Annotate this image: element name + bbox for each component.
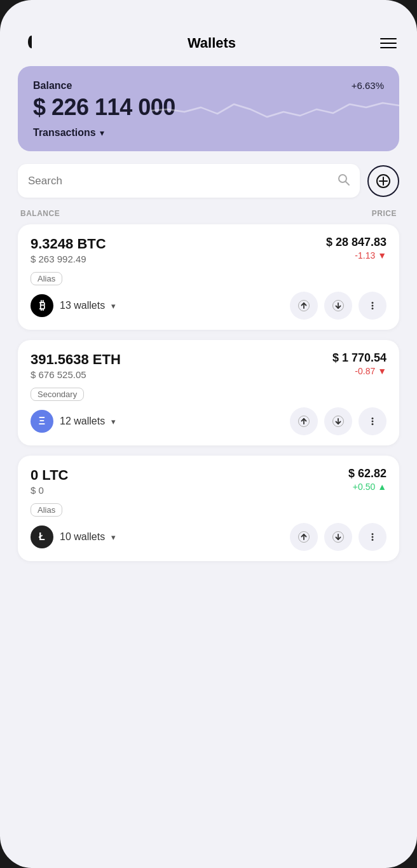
asset-card-ltc: 0 LTC $ 0 $ 62.82 +0.50 ▲ Alias Ł 10 wal… xyxy=(18,456,399,561)
svg-point-26 xyxy=(372,539,374,541)
svg-point-19 xyxy=(372,423,374,425)
action-buttons-ltc xyxy=(290,523,386,551)
send-button-btc[interactable] xyxy=(290,292,318,320)
asset-price-col-eth: $ 1 770.54 -0.87 ▼ xyxy=(332,351,386,376)
svg-point-11 xyxy=(372,305,374,307)
svg-line-2 xyxy=(346,182,349,185)
transactions-row[interactable]: Transactions ▾ xyxy=(33,127,384,139)
balance-card: Balance $ 226 114 000 +6.63% Transaction… xyxy=(18,66,399,151)
logo-icon xyxy=(20,31,43,56)
more-button-eth[interactable] xyxy=(359,407,386,435)
asset-bottom-btc: ₿ 13 wallets ▾ xyxy=(31,292,386,320)
receive-button-btc[interactable] xyxy=(324,292,352,320)
asset-price-col-btc: $ 28 847.83 -1.13 ▼ xyxy=(326,236,386,261)
asset-top-eth: 391.5638 ETH $ 676 525.05 $ 1 770.54 -0.… xyxy=(31,351,386,380)
action-buttons-eth xyxy=(290,407,386,435)
more-button-ltc[interactable] xyxy=(359,523,386,551)
eth-icon: Ξ xyxy=(31,410,53,433)
column-headers: BALANCE PRICE xyxy=(18,209,399,224)
svg-point-24 xyxy=(372,533,374,535)
more-button-btc[interactable] xyxy=(359,292,386,320)
header: Wallets xyxy=(18,25,399,66)
add-wallet-button[interactable] xyxy=(367,165,399,197)
asset-left-ltc: 0 LTC $ 0 xyxy=(31,467,68,496)
asset-left-btc: 9.3248 BTC $ 263 992.49 xyxy=(31,236,106,264)
wallet-chevron-ltc: ▾ xyxy=(111,532,116,542)
asset-top-ltc: 0 LTC $ 0 $ 62.82 +0.50 ▲ xyxy=(31,467,386,496)
asset-change-eth: -0.87 ▼ xyxy=(332,366,386,376)
send-button-ltc[interactable] xyxy=(290,523,318,551)
asset-usd-btc: $ 263 992.49 xyxy=(31,254,106,264)
asset-amount-ltc: 0 LTC xyxy=(31,467,68,484)
price-column-header: PRICE xyxy=(372,209,397,218)
svg-point-1 xyxy=(339,175,346,182)
asset-bottom-eth: Ξ 12 wallets ▾ xyxy=(31,407,386,435)
search-input[interactable] xyxy=(28,175,331,187)
svg-point-10 xyxy=(372,302,374,304)
svg-point-25 xyxy=(372,536,374,538)
wallet-chevron-eth: ▾ xyxy=(111,417,116,426)
search-row xyxy=(18,164,399,198)
wallet-info-btc[interactable]: ₿ 13 wallets ▾ xyxy=(31,294,116,317)
wallet-chevron-btc: ▾ xyxy=(111,301,116,311)
asset-change-btc: -1.13 ▼ xyxy=(326,250,386,261)
transactions-chevron-icon: ▾ xyxy=(100,128,104,138)
asset-card-btc: 9.3248 BTC $ 263 992.49 $ 28 847.83 -1.1… xyxy=(18,224,399,330)
asset-bottom-ltc: Ł 10 wallets ▾ xyxy=(31,523,386,551)
alias-tag-ltc: Alias xyxy=(31,503,62,517)
svg-point-17 xyxy=(372,417,374,419)
balance-column-header: BALANCE xyxy=(20,209,60,218)
asset-usd-eth: $ 676 525.05 xyxy=(31,369,121,380)
asset-price-eth: $ 1 770.54 xyxy=(332,351,386,365)
page-title: Wallets xyxy=(188,35,236,51)
asset-price-ltc: $ 62.82 xyxy=(348,467,386,480)
menu-button[interactable] xyxy=(380,38,397,48)
ltc-icon: Ł xyxy=(31,526,53,548)
asset-amount-btc: 9.3248 BTC xyxy=(31,236,106,252)
action-buttons-btc xyxy=(290,292,386,320)
send-button-eth[interactable] xyxy=(290,407,318,435)
wallet-count-eth: 12 wallets xyxy=(60,416,105,427)
receive-button-ltc[interactable] xyxy=(324,523,352,551)
asset-price-col-ltc: $ 62.82 +0.50 ▲ xyxy=(348,467,386,492)
asset-price-btc: $ 28 847.83 xyxy=(326,236,386,249)
wallet-count-ltc: 10 wallets xyxy=(60,531,105,543)
search-box xyxy=(18,164,360,198)
btc-icon: ₿ xyxy=(31,294,53,317)
svg-point-18 xyxy=(372,421,374,423)
wallet-info-ltc[interactable]: Ł 10 wallets ▾ xyxy=(31,526,116,548)
wallet-info-eth[interactable]: Ξ 12 wallets ▾ xyxy=(31,410,116,433)
phone-frame: Wallets Balance $ 226 114 000 +6.63% Tra… xyxy=(0,0,417,868)
alias-tag-btc: Alias xyxy=(31,272,62,285)
transactions-label: Transactions xyxy=(33,127,96,139)
asset-change-ltc: +0.50 ▲ xyxy=(348,482,386,492)
asset-usd-ltc: $ 0 xyxy=(31,485,68,496)
alias-tag-eth: Secondary xyxy=(31,388,84,401)
svg-point-12 xyxy=(372,308,374,309)
asset-card-eth: 391.5638 ETH $ 676 525.05 $ 1 770.54 -0.… xyxy=(18,340,399,445)
search-icon xyxy=(337,173,350,189)
asset-top-btc: 9.3248 BTC $ 263 992.49 $ 28 847.83 -1.1… xyxy=(31,236,386,264)
wallet-count-btc: 13 wallets xyxy=(60,300,105,311)
asset-left-eth: 391.5638 ETH $ 676 525.05 xyxy=(31,351,121,380)
asset-amount-eth: 391.5638 ETH xyxy=(31,351,121,368)
receive-button-eth[interactable] xyxy=(324,407,352,435)
